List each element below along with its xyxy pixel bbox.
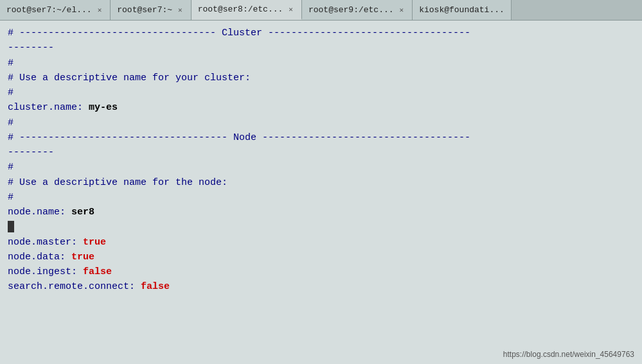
node-master-key: node.master: [8,237,83,248]
tab-2-label: root@ser7:~ [117,5,172,15]
line-node-data: node.data: true [8,250,634,264]
tab-1-label: root@ser7:~/el... [6,5,92,15]
line-10: # [8,160,634,175]
tab-3[interactable]: root@ser8:/etc... ✕ [192,0,302,20]
line-6: cluster.name: my-es [8,100,634,115]
line-node-ingest: node.ingest: false [8,264,634,279]
line-4: # Use a descriptive name for your cluste… [8,71,634,85]
line-3: # [8,56,634,71]
tab-3-close[interactable]: ✕ [287,4,295,14]
search-remote-key: search.remote.connect: [8,281,141,292]
node-ingest-value: false [83,266,112,277]
terminal-content[interactable]: # ---------------------------------- Clu… [0,21,642,364]
tab-1-close[interactable]: ✕ [96,5,104,15]
tab-4-close[interactable]: ✕ [398,5,406,15]
line-cursor [8,220,634,234]
node-data-value: true [71,252,94,263]
search-remote-value: false [141,281,170,292]
tab-3-label: root@ser8:/etc... [198,4,283,14]
line-13: node.name: ser8 [8,205,634,220]
node-name-key: node.name: [8,207,71,218]
cluster-name-value: my-es [89,102,118,113]
node-name-value: ser8 [71,207,94,218]
tab-4[interactable]: root@ser9:/etc... ✕ [302,0,413,20]
tab-4-label: root@ser9:/etc... [308,5,394,15]
cluster-name-key: cluster.name: [8,102,89,113]
cursor [8,221,14,232]
line-2: -------- [8,40,634,55]
tab-1[interactable]: root@ser7:~/el... ✕ [0,0,111,20]
node-ingest-key: node.ingest: [8,266,83,277]
tab-2[interactable]: root@ser7:~ ✕ [111,0,191,20]
line-11: # Use a descriptive name for the node: [8,175,634,190]
tab-5[interactable]: kiosk@foundati... [413,0,512,20]
tab-5-label: kiosk@foundati... [419,5,504,15]
line-12: # [8,190,634,205]
line-9: -------- [8,145,634,160]
node-data-key: node.data: [8,252,71,263]
line-5: # [8,85,634,100]
node-master-value: true [83,237,106,248]
line-node-master: node.master: true [8,235,634,250]
line-search-remote: search.remote.connect: false [8,279,634,294]
line-8: # ------------------------------------ N… [8,130,634,145]
line-1: # ---------------------------------- Clu… [8,26,634,40]
line-7: # [8,116,634,130]
tab-bar: root@ser7:~/el... ✕ root@ser7:~ ✕ root@s… [0,0,642,21]
watermark: https://blog.csdn.net/weixin_45649763 [503,350,634,359]
tab-2-close[interactable]: ✕ [176,5,184,15]
